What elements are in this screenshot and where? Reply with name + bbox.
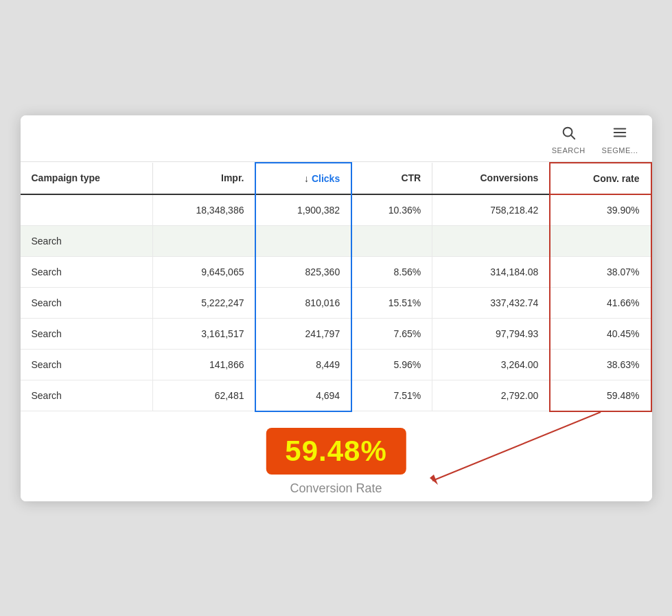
callout-container: 59.48% Conversion Rate [266, 428, 406, 496]
row-campaign-type: Search [21, 225, 153, 256]
row-conversions: 97,794.93 [432, 318, 551, 349]
row-clicks: 241,797 [255, 318, 351, 349]
row-conversions: 2,792.00 [432, 380, 551, 411]
row-conv-rate [550, 225, 651, 256]
col-header-campaign-type[interactable]: Campaign type [21, 163, 153, 194]
callout-percent: 59.48% [285, 435, 386, 467]
svg-line-1 [571, 135, 575, 139]
callout-badge: 59.48% [266, 428, 406, 475]
row-impr: 62,481 [152, 380, 255, 411]
row-impr: 141,866 [152, 349, 255, 380]
table-row: Search [21, 225, 651, 256]
annotation-area: 59.48% Conversion Rate [21, 412, 652, 501]
toolbar: SEARCH SEGME... [21, 115, 652, 162]
row-conversions: 314,184.08 [432, 256, 551, 287]
row-impr: 3,161,517 [152, 318, 255, 349]
row-campaign-type: Search [21, 256, 153, 287]
row-clicks: 810,016 [255, 287, 351, 318]
row-ctr: 7.51% [351, 380, 432, 411]
totals-impr: 18,348,386 [152, 194, 255, 226]
segment-toolbar-btn[interactable]: SEGME... [602, 125, 638, 155]
row-campaign-type: Search [21, 287, 153, 318]
row-campaign-type: Search [21, 380, 153, 411]
row-conv-rate: 38.07% [550, 256, 651, 287]
search-toolbar-btn[interactable]: SEARCH [552, 125, 586, 155]
col-header-impr[interactable]: Impr. [152, 163, 255, 194]
data-table: Campaign type Impr. ↓ Clicks CTR Convers [21, 162, 652, 412]
table-row: Search 3,161,517 241,797 7.65% 97,794.93… [21, 318, 651, 349]
row-clicks: 4,694 [255, 380, 351, 411]
row-clicks: 825,360 [255, 256, 351, 287]
col-header-conversions[interactable]: Conversions [432, 163, 551, 194]
row-conv-rate: 38.63% [550, 349, 651, 380]
table-row: Search 9,645,065 825,360 8.56% 314,184.0… [21, 256, 651, 287]
row-campaign-type: Search [21, 349, 153, 380]
segment-toolbar-label: SEGME... [602, 146, 638, 155]
totals-conversions: 758,218.42 [432, 194, 551, 226]
row-conversions: 337,432.74 [432, 287, 551, 318]
table-row: Search 141,866 8,449 5.96% 3,264.00 38.6… [21, 349, 651, 380]
svg-marker-6 [430, 475, 438, 485]
row-campaign-type: Search [21, 318, 153, 349]
totals-clicks: 1,900,382 [255, 194, 351, 226]
row-impr [152, 225, 255, 256]
data-table-container: Campaign type Impr. ↓ Clicks CTR Convers [21, 162, 652, 412]
col-header-conv-rate[interactable]: Conv. rate [550, 163, 651, 194]
row-clicks [255, 225, 351, 256]
col-header-clicks[interactable]: ↓ Clicks [255, 163, 351, 194]
totals-ctr: 10.36% [351, 194, 432, 226]
segment-icon [612, 125, 627, 144]
row-impr: 9,645,065 [152, 256, 255, 287]
row-ctr: 8.56% [351, 256, 432, 287]
search-toolbar-label: SEARCH [552, 146, 586, 155]
row-conversions: 3,264.00 [432, 349, 551, 380]
search-icon [561, 125, 576, 144]
row-conv-rate-last: 59.48% [550, 380, 651, 411]
row-conversions [432, 225, 551, 256]
row-ctr: 15.51% [351, 287, 432, 318]
row-ctr: 5.96% [351, 349, 432, 380]
callout-label: Conversion Rate [290, 481, 382, 496]
main-card: SEARCH SEGME... Campai [21, 115, 652, 501]
row-ctr: 7.65% [351, 318, 432, 349]
row-impr: 5,222,247 [152, 287, 255, 318]
totals-campaign-type [21, 194, 153, 226]
totals-conv-rate: 39.90% [550, 194, 651, 226]
row-ctr [351, 225, 432, 256]
table-header-row: Campaign type Impr. ↓ Clicks CTR Convers [21, 163, 651, 194]
row-conv-rate: 41.66% [550, 287, 651, 318]
table-row-last: Search 62,481 4,694 7.51% 2,792.00 59.48… [21, 380, 651, 411]
table-row-totals: 18,348,386 1,900,382 10.36% 758,218.42 3… [21, 194, 651, 226]
table-row: Search 5,222,247 810,016 15.51% 337,432.… [21, 287, 651, 318]
col-header-ctr[interactable]: CTR [351, 163, 432, 194]
sort-arrow-icon: ↓ [304, 173, 309, 184]
row-conv-rate: 40.45% [550, 318, 651, 349]
screenshot-wrapper: SEARCH SEGME... Campai [0, 0, 672, 616]
row-clicks: 8,449 [255, 349, 351, 380]
svg-line-5 [432, 412, 601, 481]
